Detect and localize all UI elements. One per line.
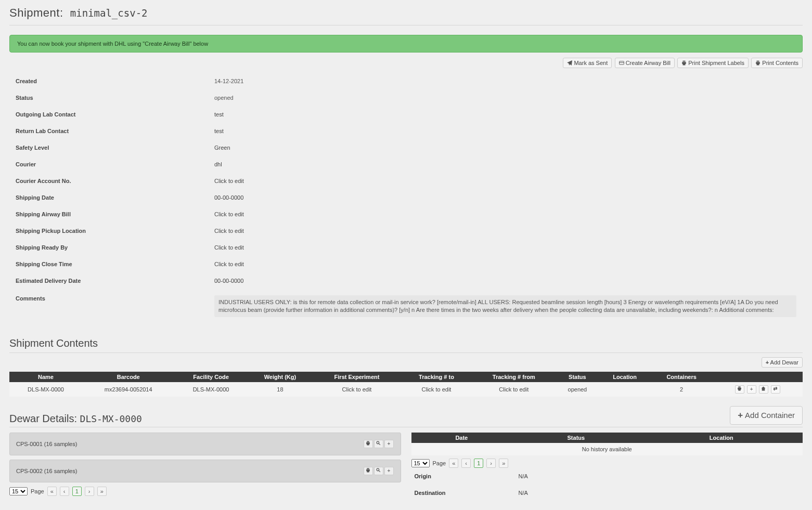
pager-last-button[interactable]: »: [97, 487, 107, 496]
detail-value[interactable]: Click to edit: [209, 256, 802, 272]
dewar-heading-prefix: Dewar Details:: [9, 413, 77, 424]
detail-value[interactable]: 00-00-0000: [209, 190, 802, 205]
dewars-column-header: Containers: [651, 372, 713, 382]
container-view-button[interactable]: [374, 467, 383, 475]
pager-next-button[interactable]: ›: [486, 459, 496, 468]
comments-value[interactable]: INDUSTRIAL USERS ONLY: is this for remot…: [214, 295, 796, 317]
container-label: CPS-0002 (16 samples): [16, 468, 77, 474]
container-add-button[interactable]: +: [384, 440, 394, 448]
container-view-button[interactable]: [374, 440, 383, 448]
origin-row: Origin N/A: [411, 468, 803, 485]
dewars-column-header: First Experiment: [313, 372, 401, 382]
create-airway-bill-button[interactable]: Create Airway Bill: [615, 58, 675, 68]
detail-label: Outgoing Lab Contact: [10, 107, 208, 122]
table-row[interactable]: DLS-MX-0000 mx23694-0052014 DLS-MX-0000 …: [9, 382, 803, 397]
shipment-name: minimal_csv-2: [70, 7, 148, 19]
comments-label: Comments: [10, 291, 208, 322]
add-container-label: Add Container: [745, 411, 795, 420]
dewar-heading-name: DLS-MX-0000: [80, 413, 142, 424]
detail-value[interactable]: Green: [209, 140, 802, 155]
page-title: Shipment: minimal_csv-2: [9, 0, 803, 25]
pager-next-button[interactable]: ›: [85, 487, 94, 496]
add-to-dewar-button[interactable]: +: [747, 385, 756, 394]
detail-value[interactable]: test: [209, 107, 802, 122]
pager-first-button[interactable]: «: [449, 459, 458, 468]
history-table: DateStatusLocation No history available: [411, 433, 803, 455]
dewar-transfer-button[interactable]: [771, 385, 780, 394]
dewars-column-header: Tracking # from: [472, 372, 556, 382]
print-icon: [755, 60, 761, 66]
detail-label: Shipping Close Time: [10, 256, 208, 272]
detail-label: Shipping Pickup Location: [10, 223, 208, 239]
search-icon: [376, 468, 381, 473]
svg-line-5: [379, 470, 380, 472]
home-icon: [761, 386, 766, 391]
detail-value: 14-12-2021: [209, 73, 802, 89]
svg-point-4: [377, 468, 379, 471]
dewar-details-heading: Dewar Details: DLS-MX-0000: [9, 413, 142, 425]
history-empty: No history available: [411, 443, 803, 455]
dewar-barcode: mx23694-0052014: [82, 382, 175, 397]
card-icon: [619, 60, 624, 66]
pager-first-button[interactable]: «: [47, 487, 57, 496]
dewar-first-experiment[interactable]: Click to edit: [313, 382, 401, 397]
detail-label: Safety Level: [10, 140, 208, 155]
print-contents-label: Print Contents: [762, 60, 798, 66]
print-shipment-labels-button[interactable]: Print Shipment Labels: [677, 58, 749, 68]
dewar-tracking-from[interactable]: Click to edit: [472, 382, 556, 397]
detail-value[interactable]: Click to edit: [209, 173, 802, 189]
print-icon: [681, 60, 687, 66]
containers-column: CPS-0001 (16 samples)+CPS-0002 (16 sampl…: [9, 433, 401, 501]
detail-value[interactable]: 00-00-0000: [209, 273, 802, 289]
create-awb-label: Create Airway Bill: [626, 60, 671, 66]
print-contents-button[interactable]: Print Contents: [751, 58, 803, 68]
detail-label: Courier Account No.: [10, 173, 208, 189]
detail-label: Status: [10, 90, 208, 106]
detail-value[interactable]: test: [209, 123, 802, 139]
dewars-table: NameBarcodeFacility CodeWeight (Kg)First…: [9, 372, 803, 397]
dewar-home-button[interactable]: [759, 385, 768, 394]
container-label: CPS-0001 (16 samples): [16, 441, 77, 447]
page-size-select[interactable]: 15: [9, 487, 28, 495]
transfer-icon: [773, 386, 778, 391]
page-label: Page: [433, 460, 446, 466]
page-size-select[interactable]: 15: [411, 459, 430, 467]
mark-sent-label: Mark as Sent: [574, 60, 608, 66]
pager-current-page[interactable]: 1: [72, 487, 82, 496]
detail-value[interactable]: Click to edit: [209, 223, 802, 239]
mark-as-sent-button[interactable]: Mark as Sent: [563, 58, 612, 68]
dewars-column-header: Status: [556, 372, 599, 382]
add-container-button[interactable]: +Add Container: [730, 406, 803, 425]
container-print-button[interactable]: [364, 467, 373, 475]
plus-icon: +: [738, 410, 743, 420]
dewar-weight[interactable]: 18: [247, 382, 313, 397]
dewar-containers: 2: [651, 382, 713, 397]
origin-value: N/A: [519, 473, 528, 479]
add-dewar-button[interactable]: + Add Dewar: [762, 357, 803, 368]
detail-value: opened: [209, 90, 802, 106]
dewar-row-actions: +: [713, 382, 803, 397]
pager-prev-button[interactable]: ‹: [461, 459, 471, 468]
detail-label: Return Lab Contact: [10, 123, 208, 139]
pager-current-page[interactable]: 1: [474, 459, 483, 468]
add-dewar-label: Add Dewar: [770, 359, 798, 365]
print-dewar-button[interactable]: [735, 385, 744, 394]
dewars-column-header: Barcode: [82, 372, 175, 382]
pager-last-button[interactable]: »: [499, 459, 508, 468]
container-add-button[interactable]: +: [384, 467, 394, 475]
detail-value[interactable]: dhl: [209, 156, 802, 172]
detail-value[interactable]: Click to edit: [209, 206, 802, 222]
print-icon: [366, 468, 370, 473]
pager-prev-button[interactable]: ‹: [60, 487, 69, 496]
svg-point-2: [377, 441, 379, 444]
print-icon: [366, 441, 370, 446]
dewars-column-header: Tracking # to: [401, 372, 472, 382]
container-print-button[interactable]: [364, 440, 373, 448]
detail-value[interactable]: Click to edit: [209, 240, 802, 255]
dewar-status: opened: [556, 382, 599, 397]
dewar-tracking-to[interactable]: Click to edit: [401, 382, 472, 397]
svg-line-3: [379, 443, 380, 445]
container-card[interactable]: CPS-0002 (16 samples)+: [9, 460, 401, 482]
container-card[interactable]: CPS-0001 (16 samples)+: [9, 433, 401, 455]
container-actions: +: [363, 467, 394, 475]
